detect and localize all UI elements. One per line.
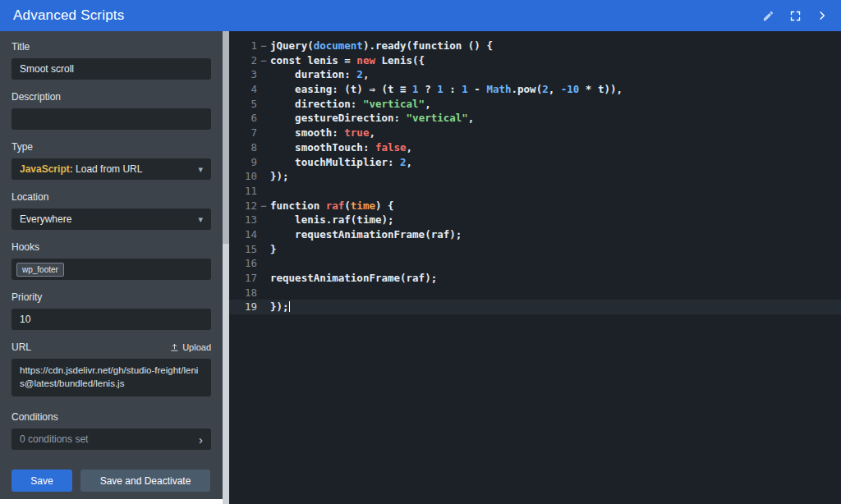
upload-icon bbox=[170, 343, 179, 352]
line-number: 15 bbox=[229, 242, 257, 257]
title-field: Title bbox=[11, 41, 211, 80]
code-line[interactable]: 1−jQuery(document).ready(function () { bbox=[229, 39, 841, 53]
line-number: 16 bbox=[229, 256, 257, 271]
type-select[interactable]: JavaScript: Load from URL ▾ bbox=[11, 158, 211, 180]
code-line[interactable]: 15} bbox=[229, 242, 841, 257]
type-selected-mode: Load from URL bbox=[73, 163, 143, 175]
code-line[interactable]: 18 bbox=[229, 286, 841, 300]
title-input[interactable] bbox=[11, 58, 211, 80]
hook-tag[interactable]: wp_footer bbox=[16, 263, 64, 277]
code-line[interactable]: 3 duration: 2, bbox=[229, 67, 841, 82]
save-button[interactable]: Save bbox=[11, 470, 72, 492]
scrollbar-thumb[interactable] bbox=[223, 31, 229, 244]
line-number: 8 bbox=[229, 140, 257, 155]
hooks-field: Hooks wp_footer bbox=[11, 241, 211, 280]
code-line[interactable]: 13 lenis.raf(time); bbox=[229, 213, 841, 227]
location-label: Location bbox=[11, 191, 211, 203]
line-number: 12 bbox=[229, 199, 257, 213]
chevron-right-icon[interactable] bbox=[816, 10, 828, 21]
edit-pencil-icon[interactable] bbox=[762, 10, 774, 22]
code-line[interactable]: 11 bbox=[229, 184, 841, 199]
code-text: easing: (t) ⇒ (t ≡ 1 ? 1 : 1 - Math.pow(… bbox=[270, 82, 623, 97]
url-field: URL Upload https://cdn.jsdelivr.net/gh/s… bbox=[11, 341, 211, 400]
fold-spacer bbox=[257, 155, 270, 170]
fold-spacer bbox=[257, 97, 270, 112]
save-and-deactivate-button[interactable]: Save and Deactivate bbox=[80, 470, 210, 492]
priority-label: Priority bbox=[11, 291, 211, 303]
code-text: gestureDirection: "vertical", bbox=[270, 111, 474, 126]
action-buttons: Save Save and Deactivate bbox=[11, 461, 211, 492]
code-text: lenis.raf(time); bbox=[270, 213, 394, 227]
fold-spacer bbox=[257, 286, 270, 300]
conditions-button[interactable]: 0 conditions set › bbox=[11, 428, 211, 450]
code-text: smoothTouch: false, bbox=[270, 140, 412, 155]
type-label: Type bbox=[11, 141, 211, 153]
hooks-input[interactable]: wp_footer bbox=[11, 259, 211, 280]
chevron-down-icon: ▾ bbox=[198, 164, 203, 175]
code-text: } bbox=[270, 242, 277, 257]
line-number: 9 bbox=[229, 155, 257, 170]
description-label: Description bbox=[11, 91, 211, 103]
code-line[interactable]: 2−const lenis = new Lenis({ bbox=[229, 53, 841, 68]
type-field: Type JavaScript: Load from URL ▾ bbox=[11, 141, 211, 180]
code-line[interactable]: 6 gestureDirection: "vertical", bbox=[229, 111, 841, 126]
description-field: Description bbox=[11, 91, 211, 130]
script-settings-panel: Title Description Type JavaScript: Load … bbox=[0, 31, 223, 499]
code-text: duration: 2, bbox=[270, 67, 369, 82]
code-line[interactable]: 14 requestAnimationFrame(raf); bbox=[229, 227, 841, 242]
line-number: 5 bbox=[229, 97, 257, 112]
code-text: function raf(time) { bbox=[270, 199, 394, 213]
page-title: Advanced Scripts bbox=[13, 7, 125, 24]
priority-input[interactable] bbox=[11, 309, 211, 330]
fold-spacer bbox=[257, 67, 270, 82]
line-number: 13 bbox=[229, 213, 257, 227]
fullscreen-icon[interactable] bbox=[789, 10, 802, 22]
code-line[interactable]: 8 smoothTouch: false, bbox=[229, 140, 841, 155]
location-field: Location Everywhere ▾ bbox=[11, 191, 211, 230]
advanced-scripts-app: Advanced Scripts Title Description bbox=[0, 0, 841, 504]
line-number: 17 bbox=[229, 271, 257, 286]
line-number: 3 bbox=[229, 67, 257, 82]
sidebar-scrollbar[interactable] bbox=[223, 31, 229, 504]
url-input[interactable]: https://cdn.jsdelivr.net/gh/studio-freig… bbox=[11, 359, 211, 396]
fold-marker-icon[interactable]: − bbox=[257, 39, 270, 53]
line-number: 1 bbox=[229, 39, 257, 53]
line-number: 2 bbox=[229, 53, 257, 68]
line-number: 19 bbox=[229, 300, 257, 314]
code-text: }); bbox=[270, 300, 290, 314]
code-line[interactable]: 16 bbox=[229, 256, 841, 271]
fold-spacer bbox=[257, 256, 270, 271]
code-line[interactable]: 7 smooth: true, bbox=[229, 126, 841, 140]
code-line[interactable]: 17requestAnimationFrame(raf); bbox=[229, 271, 841, 286]
code-line[interactable]: 5 direction: "vertical", bbox=[229, 97, 841, 112]
url-label: URL bbox=[11, 341, 31, 353]
fold-spacer bbox=[257, 126, 270, 140]
line-number: 14 bbox=[229, 227, 257, 242]
code-text: direction: "vertical", bbox=[270, 97, 431, 112]
code-line[interactable]: 12−function raf(time) { bbox=[229, 199, 841, 213]
fold-spacer bbox=[257, 184, 270, 199]
fold-spacer bbox=[257, 271, 270, 286]
line-number: 11 bbox=[229, 184, 257, 199]
description-input[interactable] bbox=[11, 108, 211, 130]
code-line[interactable]: 19}); bbox=[229, 300, 841, 314]
fold-spacer bbox=[257, 82, 270, 97]
code-editor[interactable]: 1−jQuery(document).ready(function () {2−… bbox=[229, 31, 841, 504]
code-text: const lenis = new Lenis({ bbox=[270, 53, 425, 68]
code-line[interactable]: 9 touchMultiplier: 2, bbox=[229, 155, 841, 170]
code-text: smooth: true, bbox=[270, 126, 375, 140]
location-select[interactable]: Everywhere ▾ bbox=[11, 208, 211, 230]
upload-button[interactable]: Upload bbox=[170, 342, 211, 352]
header-bar: Advanced Scripts bbox=[0, 0, 841, 31]
fold-marker-icon[interactable]: − bbox=[257, 53, 270, 68]
hooks-label: Hooks bbox=[11, 241, 211, 253]
content-area: Title Description Type JavaScript: Load … bbox=[0, 31, 841, 504]
fold-spacer bbox=[257, 169, 270, 184]
code-line[interactable]: 4 easing: (t) ⇒ (t ≡ 1 ? 1 : 1 - Math.po… bbox=[229, 82, 841, 97]
code-line[interactable]: 10}); bbox=[229, 169, 841, 184]
fold-marker-icon[interactable]: − bbox=[257, 199, 270, 213]
conditions-field: Conditions 0 conditions set › bbox=[11, 411, 211, 450]
code-lines[interactable]: 1−jQuery(document).ready(function () {2−… bbox=[229, 39, 841, 314]
fold-spacer bbox=[257, 213, 270, 227]
code-text: requestAnimationFrame(raf); bbox=[270, 227, 462, 242]
